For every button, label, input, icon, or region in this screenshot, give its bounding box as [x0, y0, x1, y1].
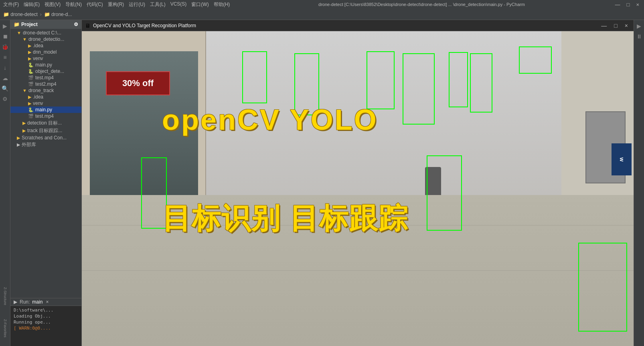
tree-label: venv	[33, 56, 43, 61]
run-line-3: Running ope...	[14, 320, 78, 325]
tree-item-test-mp4-2[interactable]: 🎬 test.mp4	[10, 113, 81, 119]
tree-label: venv	[33, 101, 43, 106]
project-icon: 📁	[14, 22, 20, 27]
right-icon-1[interactable]: ▶	[635, 22, 644, 30]
menu-vcs[interactable]: VCS(S)	[170, 1, 187, 8]
opencv-minimize-button[interactable]: —	[599, 22, 609, 29]
tree-item-scratches[interactable]: ▶ Scratches and Con...	[10, 135, 81, 141]
folder-icon: ▶	[28, 95, 31, 100]
run-tab-main[interactable]: main	[32, 299, 43, 305]
menu-window[interactable]: 窗口(W)	[191, 1, 209, 8]
tree-item-drone-detection[interactable]: ▼ drone_detectio...	[10, 36, 81, 42]
os-window-controls[interactable]: — □ ×	[614, 2, 641, 8]
menu-nav[interactable]: 导航(N)	[65, 1, 82, 8]
tree-label: detection 目标...	[27, 120, 62, 127]
tree-label: 外部库	[22, 141, 36, 148]
menu-edit[interactable]: 编辑(E)	[24, 1, 40, 8]
tree-label: test2.mp4	[35, 81, 57, 87]
opencv-maximize-button[interactable]: □	[612, 22, 620, 29]
menu-file[interactable]: 文件(F)	[3, 1, 19, 8]
folder-icon: ▶	[28, 50, 31, 55]
tree-item-venv-1[interactable]: ▶ venv	[10, 55, 81, 62]
breadcrumb-drone-d[interactable]: 📁 drone-d...	[44, 12, 72, 17]
main-layout: ▶ ⏹ 🐞 ≡ ↓ ☁ 🔍 ⚙ Z-Structure Z-Favorites …	[0, 20, 644, 346]
structure-icon[interactable]: ≡	[1, 53, 10, 62]
video-frame: 30% off W	[82, 31, 634, 346]
maximize-button[interactable]: □	[625, 2, 632, 8]
menu-view[interactable]: 视图(V)	[45, 1, 61, 8]
sidebar-settings-icon[interactable]: ⚙	[74, 22, 78, 27]
folder-icon: ▼	[22, 88, 27, 93]
z-structure-label: Z-Structure	[1, 280, 10, 312]
tree-item-test2-mp4[interactable]: 🎬 test2.mp4	[10, 81, 81, 87]
tree-label: track 目标跟踪...	[27, 127, 62, 134]
download-icon[interactable]: ↓	[1, 63, 10, 72]
tree-label: main.py	[35, 62, 52, 68]
breadcrumb-drone-detect[interactable]: 📁 drone-detect	[3, 12, 38, 17]
menu-code[interactable]: 代码(C)	[87, 1, 103, 8]
menu-help[interactable]: 帮助(H)	[214, 1, 230, 8]
tree-label: drone_detectio...	[28, 36, 64, 42]
tree-item-drone-track[interactable]: ▼ drone_track	[10, 87, 81, 94]
detection-box-6	[470, 53, 492, 113]
sidebar: 📁 Project ⚙ ▼ drone-detect C:\... ▼ dron…	[10, 20, 82, 346]
tree-label: Scratches and Con...	[22, 135, 67, 141]
menu-run[interactable]: 运行(U)	[129, 1, 145, 8]
os-filepath: drone-detect [C:\Users\83852\Desktop\dro…	[230, 2, 613, 7]
tree-label: object_dete...	[35, 68, 64, 74]
tree-item-track[interactable]: ▶ track 目标跟踪...	[10, 127, 81, 135]
tree-label: test.mp4	[35, 113, 54, 119]
left-icon-strip: ▶ ⏹ 🐞 ≡ ↓ ☁ 🔍 ⚙ Z-Structure Z-Favorites	[0, 20, 10, 346]
tree-item-detection[interactable]: ▶ detection 目标...	[10, 119, 81, 127]
right-icon-2[interactable]: ⏸	[635, 32, 644, 41]
tree-label: .idea	[33, 94, 43, 100]
os-menu[interactable]: 文件(F) 编辑(E) 视图(V) 导航(N) 代码(C) 重构(R) 运行(U…	[3, 1, 230, 8]
opencv-overlay-text-1: openCV YOLO	[162, 103, 378, 136]
store-sign-right: W	[612, 143, 632, 175]
stop-icon[interactable]: ⏹	[1, 32, 10, 41]
py-icon: 🐍	[28, 62, 34, 68]
video-icon: 🎬	[28, 114, 34, 119]
tree-item-dnn-model[interactable]: ▶ dnn_model	[10, 49, 81, 55]
run-line-4: [ WARN:0@0....	[14, 326, 78, 331]
tree-label: test.mp4	[35, 75, 54, 80]
tree-item-main-py-2[interactable]: 🐍 main.py	[10, 107, 81, 113]
tree-label: dnn_model	[33, 49, 57, 55]
tree-item-main-py-1[interactable]: 🐍 main.py	[10, 62, 81, 68]
debug-icon[interactable]: 🐞	[1, 42, 10, 51]
search-icon[interactable]: 🔍	[1, 84, 10, 93]
tree-item-external-libs[interactable]: ▶ 外部库	[10, 141, 81, 149]
detection-box-3	[367, 51, 395, 109]
tree-item-idea-1[interactable]: ▶ .idea	[10, 42, 81, 49]
settings-icon[interactable]: ⚙	[1, 95, 10, 103]
minimize-button[interactable]: —	[614, 2, 622, 8]
content-area: 🖥 OpenCV and YOLO Target Recognition Pla…	[82, 20, 634, 346]
opencv-overlay-text-2: 目标识别 目标跟踪	[162, 199, 408, 238]
tree-item-test-mp4-1[interactable]: 🎬 test.mp4	[10, 74, 81, 81]
tree-item-object-detect[interactable]: 🐍 object_dete...	[10, 68, 81, 74]
run-panel-header: ▶ Run: main ×	[10, 298, 81, 306]
tree-item-drone-detect[interactable]: ▼ drone-detect C:\...	[10, 30, 81, 36]
menu-tools[interactable]: 工具(L)	[150, 1, 166, 8]
run-tab-close[interactable]: ×	[46, 299, 49, 305]
folder-icon: ▶	[28, 56, 31, 61]
run-icon: ▶	[14, 299, 17, 305]
py-icon: 🐍	[28, 69, 34, 74]
opencv-titlebar: 🖥 OpenCV and YOLO Target Recognition Pla…	[82, 20, 634, 31]
folder-icon: ▶	[22, 128, 26, 133]
close-button[interactable]: ×	[634, 2, 641, 8]
tree-item-idea-2[interactable]: ▶ .idea	[10, 94, 81, 100]
tree-item-venv-2[interactable]: ▶ venv	[10, 100, 81, 107]
detection-box-10	[578, 243, 627, 332]
opencv-window-icon: 🖥	[85, 22, 91, 29]
run-icon[interactable]: ▶	[1, 22, 10, 30]
cloud-icon[interactable]: ☁	[1, 74, 10, 82]
opencv-close-button[interactable]: ×	[622, 22, 630, 29]
menu-refactor[interactable]: 重构(R)	[108, 1, 124, 8]
video-icon: 🎬	[28, 82, 34, 87]
run-label: Run:	[20, 299, 30, 305]
right-icon-strip: ▶ ⏸	[634, 20, 644, 346]
breadcrumb-bar: 📁 drone-detect › 📁 drone-d...	[0, 9, 644, 20]
project-title: Project	[21, 22, 38, 27]
project-tree: ▼ drone-detect C:\... ▼ drone_detectio..…	[10, 29, 81, 298]
